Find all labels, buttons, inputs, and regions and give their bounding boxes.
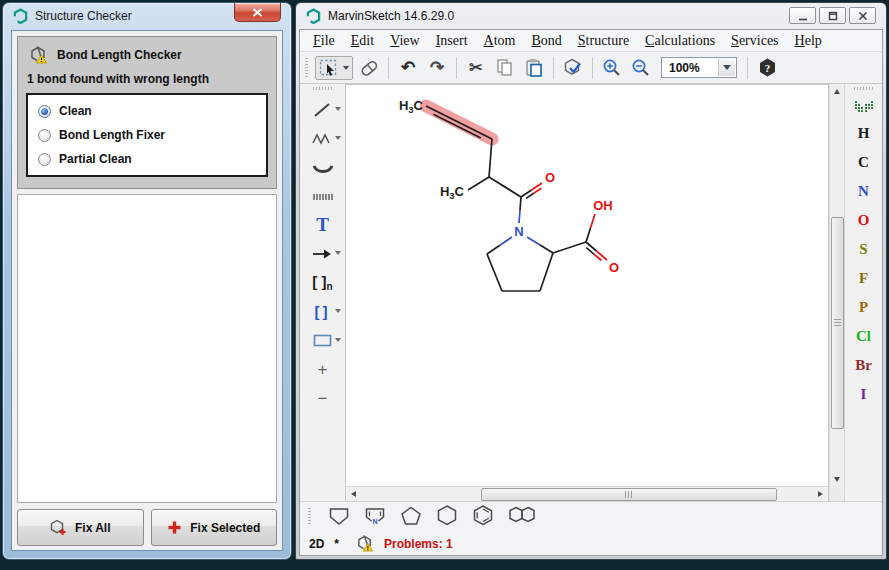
- bracket-tool[interactable]: []: [300, 297, 345, 326]
- template-benzene[interactable]: [471, 504, 495, 530]
- template-cyclohexane[interactable]: [435, 504, 459, 530]
- toolbar-drag-handle[interactable]: [305, 58, 308, 78]
- paste-button[interactable]: [521, 56, 547, 80]
- menu-help[interactable]: Help: [787, 33, 830, 49]
- toolbar-separator: [388, 57, 389, 79]
- combobox-dropdown-button[interactable]: [718, 59, 735, 76]
- menu-edit[interactable]: Edit: [343, 33, 382, 49]
- menu-bond[interactable]: Bond: [523, 33, 569, 49]
- zoom-level-combobox[interactable]: 100%: [661, 57, 737, 78]
- template-naphthalene[interactable]: [507, 505, 539, 529]
- zoom-out-button[interactable]: [628, 56, 654, 80]
- bond-tool[interactable]: [300, 95, 345, 124]
- fix-selected-button[interactable]: Fix Selected: [151, 509, 278, 546]
- arrow-tool-dropdown-icon[interactable]: [335, 251, 341, 255]
- atom-button-H[interactable]: H: [858, 119, 870, 148]
- vertical-scroll-thumb[interactable]: [831, 217, 844, 429]
- decrease-charge-tool[interactable]: −: [300, 384, 345, 413]
- atom-label[interactable]: O: [545, 170, 555, 185]
- horizontal-scroll-thumb[interactable]: [481, 488, 777, 501]
- menu-insert[interactable]: Insert: [428, 33, 476, 49]
- window-titlebar[interactable]: MarvinSketch 14.6.29.0: [296, 3, 886, 28]
- atom-label[interactable]: O: [609, 260, 619, 275]
- close-button[interactable]: [849, 7, 876, 24]
- increase-charge-tool[interactable]: +: [300, 355, 345, 384]
- select-tool-dropdown-icon[interactable]: [343, 66, 349, 70]
- scroll-up-button[interactable]: [830, 85, 843, 98]
- check-structure-button[interactable]: [560, 56, 586, 80]
- zoom-in-icon: [602, 58, 622, 78]
- menu-view[interactable]: View: [382, 33, 428, 49]
- chain-tool[interactable]: [300, 124, 345, 153]
- redo-button[interactable]: ↷: [424, 56, 450, 80]
- scroll-left-button[interactable]: [347, 487, 360, 500]
- atom-button-N[interactable]: N: [858, 177, 869, 206]
- dimension-indicator[interactable]: 2D: [309, 537, 324, 551]
- atom-button-P[interactable]: P: [859, 293, 868, 322]
- scroll-down-button[interactable]: [830, 473, 843, 486]
- radio-option-bond-length-fixer[interactable]: Bond Length Fixer: [38, 128, 256, 142]
- menu-structure[interactable]: Structure: [570, 33, 637, 49]
- vertical-scrollbar[interactable]: [830, 84, 844, 487]
- atom-button-S[interactable]: S: [859, 235, 867, 264]
- atom-label[interactable]: OH: [593, 198, 613, 213]
- arrow-tool[interactable]: [300, 239, 345, 268]
- radio-circle[interactable]: [38, 105, 51, 118]
- dialog-titlebar[interactable]: Structure Checker: [3, 3, 291, 29]
- help-button[interactable]: ?: [754, 56, 780, 80]
- menu-file[interactable]: File: [305, 33, 343, 49]
- atom-button-C[interactable]: C: [858, 148, 869, 177]
- close-icon: [857, 10, 869, 22]
- eraser-button[interactable]: [356, 56, 382, 80]
- radio-option-clean[interactable]: Clean: [38, 104, 256, 118]
- menu-atom[interactable]: Atom: [476, 33, 524, 49]
- bracket-tool-dropdown-icon[interactable]: [335, 309, 341, 313]
- atom-button-F[interactable]: F: [859, 264, 868, 293]
- results-list[interactable]: [17, 194, 277, 503]
- template-cyclopentane[interactable]: [399, 505, 423, 530]
- checker-message: 1 bond found with wrong length: [27, 72, 268, 86]
- atom-label[interactable]: H3C: [399, 98, 424, 115]
- atom-button-Cl[interactable]: Cl: [856, 322, 871, 351]
- atombar-drag-handle[interactable]: [854, 87, 874, 90]
- cut-button[interactable]: ✂: [463, 56, 489, 80]
- menu-services[interactable]: Services: [723, 33, 786, 49]
- close-button[interactable]: [234, 3, 281, 22]
- atom-label[interactable]: H3C: [440, 184, 465, 201]
- atom-button-I[interactable]: I: [861, 380, 867, 409]
- restore-button[interactable]: [819, 7, 846, 24]
- undo-button[interactable]: ↶: [395, 56, 421, 80]
- scroll-right-button[interactable]: [814, 487, 827, 500]
- hexagon-icon: [435, 504, 459, 526]
- atom-label[interactable]: N: [514, 224, 523, 239]
- menu-calculations[interactable]: Calculations: [637, 33, 723, 49]
- template-drag-handle[interactable]: [308, 508, 311, 526]
- text-tool[interactable]: T: [300, 210, 345, 239]
- radio-option-partial-clean[interactable]: Partial Clean: [38, 152, 256, 166]
- menubar: FileEditViewInsertAtomBondStructureCalcu…: [300, 30, 882, 52]
- zoom-in-button[interactable]: [599, 56, 625, 80]
- minimize-button[interactable]: [789, 7, 816, 24]
- rectangle-tool-dropdown-icon[interactable]: [335, 338, 341, 342]
- copy-button[interactable]: [492, 56, 518, 80]
- radio-circle[interactable]: [38, 129, 51, 142]
- atom-button-Br[interactable]: Br: [855, 351, 872, 380]
- tools-drag-handle[interactable]: [313, 87, 333, 90]
- arc-tool[interactable]: [300, 153, 345, 184]
- chain-tool-dropdown-icon[interactable]: [335, 136, 341, 140]
- drawing-canvas[interactable]: H3CH3CONOHO: [346, 85, 828, 486]
- select-tool-button[interactable]: [315, 56, 353, 80]
- template-pyrrole[interactable]: N: [363, 505, 387, 530]
- radio-circle[interactable]: [38, 153, 51, 166]
- repeat-group-tool[interactable]: [ ]n: [300, 268, 345, 297]
- fix-all-button[interactable]: Fix All: [17, 509, 144, 546]
- horizontal-scrollbar[interactable]: [346, 486, 828, 501]
- hash-lines-tool[interactable]: [300, 184, 345, 210]
- periodic-table-button[interactable]: [845, 93, 882, 119]
- problems-label[interactable]: Problems: 1: [384, 537, 453, 551]
- molecule[interactable]: H3CH3CONOHO: [346, 85, 828, 482]
- bond-tool-dropdown-icon[interactable]: [335, 107, 341, 111]
- atom-button-O[interactable]: O: [858, 206, 870, 235]
- rectangle-tool[interactable]: [300, 326, 345, 355]
- template-cyclopentane-down[interactable]: [327, 505, 351, 530]
